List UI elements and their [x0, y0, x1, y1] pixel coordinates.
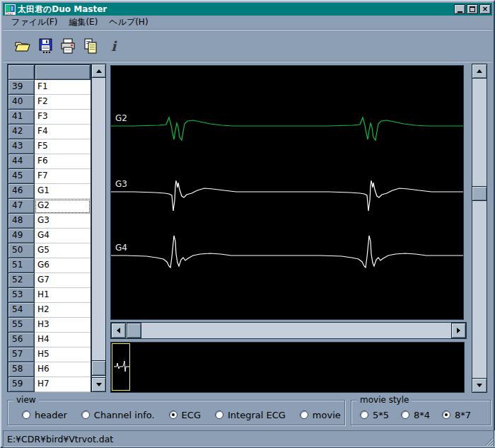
radio-icon[interactable] — [401, 410, 409, 419]
ecg-vscrollbar-thumb[interactable] — [472, 186, 487, 201]
channel-label-cell[interactable]: G3 — [35, 214, 91, 229]
channel-label-cell[interactable]: H2 — [35, 303, 91, 318]
channel-label-cell[interactable]: H5 — [35, 348, 91, 362]
table-scrollbar-track[interactable] — [91, 64, 106, 392]
row-number-cell[interactable]: 54 — [8, 303, 35, 318]
view-radio-option[interactable]: Channel info. — [81, 410, 155, 420]
table-row[interactable]: 42 F4 — [8, 125, 91, 139]
channel-label-cell[interactable]: H1 — [35, 288, 91, 303]
radio-icon[interactable] — [300, 410, 308, 419]
table-scroll-down-button[interactable] — [91, 377, 106, 392]
radio-icon[interactable] — [442, 410, 450, 419]
channel-label-cell[interactable]: F6 — [35, 154, 91, 169]
channel-label-cell[interactable]: H3 — [35, 318, 91, 333]
strip-selection-frame[interactable] — [112, 343, 130, 391]
table-row[interactable]: 57 H5 — [8, 348, 91, 362]
channel-label-cell[interactable]: G1 — [35, 184, 91, 199]
row-number-cell[interactable]: 58 — [8, 362, 35, 377]
table-row[interactable]: 56 H4 — [8, 333, 91, 348]
radio-icon[interactable] — [360, 410, 368, 419]
channel-label-cell[interactable]: G5 — [35, 243, 91, 258]
ecg-hscrollbar-track[interactable] — [110, 322, 467, 339]
maximize-button[interactable] — [467, 4, 478, 14]
row-number-cell[interactable]: 53 — [8, 288, 35, 303]
radio-icon[interactable] — [81, 410, 90, 419]
row-number-cell[interactable]: 42 — [8, 125, 35, 139]
close-button[interactable]: × — [479, 4, 491, 14]
row-number-cell[interactable]: 44 — [8, 154, 35, 169]
row-number-cell[interactable]: 45 — [8, 169, 35, 184]
channel-label-cell[interactable]: F1 — [35, 80, 91, 95]
channel-label-cell[interactable]: H4 — [35, 333, 91, 348]
ecg-scroll-right-button[interactable] — [451, 323, 466, 338]
table-scrollbar-thumb[interactable] — [91, 360, 106, 376]
titlebar[interactable]: Duo 太田君のDuo Master × — [3, 3, 492, 16]
table-row[interactable]: 39 F1 — [8, 80, 91, 95]
table-row[interactable]: 59 H7 — [8, 377, 91, 392]
table-row[interactable]: 49 G4 — [8, 229, 91, 243]
channel-label-cell[interactable]: F4 — [35, 125, 91, 139]
table-row[interactable]: 54 H2 — [8, 303, 91, 318]
row-number-cell[interactable]: 48 — [8, 214, 35, 229]
table-row[interactable]: 58 H6 — [8, 362, 91, 377]
minimize-button[interactable] — [454, 4, 465, 14]
ecg-scroll-left-button[interactable] — [111, 323, 126, 338]
ecg-scroll-down-button[interactable] — [472, 378, 487, 393]
view-radio-option[interactable]: ECG — [169, 410, 201, 420]
row-number-cell[interactable]: 43 — [8, 139, 35, 154]
radio-icon[interactable] — [169, 410, 177, 419]
row-number-cell[interactable]: 50 — [8, 243, 35, 258]
ecg-scroll-up-button[interactable] — [472, 64, 487, 79]
table-row[interactable]: 53 H1 — [8, 288, 91, 303]
print-button[interactable] — [59, 37, 76, 55]
row-number-cell[interactable]: 39 — [8, 80, 35, 95]
view-radio-option[interactable]: Integral ECG — [215, 410, 286, 420]
row-number-cell[interactable]: 57 — [8, 348, 35, 362]
row-number-cell[interactable]: 49 — [8, 229, 35, 243]
channel-label-cell[interactable]: F2 — [35, 95, 91, 110]
row-number-cell[interactable]: 47 — [8, 199, 35, 214]
row-number-cell[interactable]: 41 — [8, 110, 35, 125]
ecg-vscrollbar-track[interactable] — [472, 64, 487, 393]
table-row[interactable]: 48 G3 — [8, 214, 91, 229]
channel-label-cell[interactable]: H7 — [35, 377, 91, 392]
row-number-cell[interactable]: 52 — [8, 273, 35, 288]
about-button[interactable]: i — [105, 37, 122, 55]
table-row[interactable]: 52 G7 — [8, 273, 91, 288]
movie-style-radio-option[interactable]: 8*4 — [401, 410, 430, 420]
table-row[interactable]: 43 F5 — [8, 139, 91, 154]
view-radio-option[interactable]: movie — [300, 410, 341, 420]
movie-style-radio-option[interactable]: 8*7 — [442, 410, 471, 420]
menu-item[interactable]: ファイル(F) — [10, 16, 59, 29]
copy-button[interactable] — [82, 37, 99, 55]
row-number-cell[interactable]: 40 — [8, 95, 35, 110]
row-number-cell[interactable]: 56 — [8, 333, 35, 348]
menu-item[interactable]: 編集(E) — [67, 16, 99, 29]
table-scroll-up-button[interactable] — [91, 64, 106, 78]
table-row[interactable]: 51 G6 — [8, 258, 91, 273]
table-row[interactable]: 41 F3 — [8, 110, 91, 125]
channel-label-cell[interactable]: F5 — [35, 139, 91, 154]
movie-style-radio-option[interactable]: 5*5 — [360, 410, 389, 420]
resize-grip[interactable] — [484, 436, 494, 446]
row-number-cell[interactable]: 51 — [8, 258, 35, 273]
ecg-hscrollbar-thumb[interactable] — [127, 323, 141, 338]
table-row[interactable]: 55 H3 — [8, 318, 91, 333]
table-row[interactable]: 46 G1 — [8, 184, 91, 199]
table-row[interactable]: 44 F6 — [8, 154, 91, 169]
row-number-cell[interactable]: 46 — [8, 184, 35, 199]
menu-item[interactable]: ヘルプ(H) — [107, 16, 149, 29]
channel-label-cell[interactable]: F3 — [35, 110, 91, 125]
open-button[interactable] — [14, 37, 31, 55]
channel-label-cell[interactable]: G2 — [35, 199, 91, 214]
save-button[interactable] — [37, 37, 54, 55]
channel-label-cell[interactable]: H6 — [35, 362, 91, 377]
table-row[interactable]: 45 F7 — [8, 169, 91, 184]
table-row[interactable]: 50 G5 — [8, 243, 91, 258]
view-radio-option[interactable]: header — [22, 410, 67, 420]
channel-label-cell[interactable]: G4 — [35, 229, 91, 243]
radio-icon[interactable] — [22, 410, 30, 419]
table-row[interactable]: 47 G2 — [8, 199, 91, 214]
radio-icon[interactable] — [215, 410, 223, 419]
channel-label-cell[interactable]: G6 — [35, 258, 91, 273]
